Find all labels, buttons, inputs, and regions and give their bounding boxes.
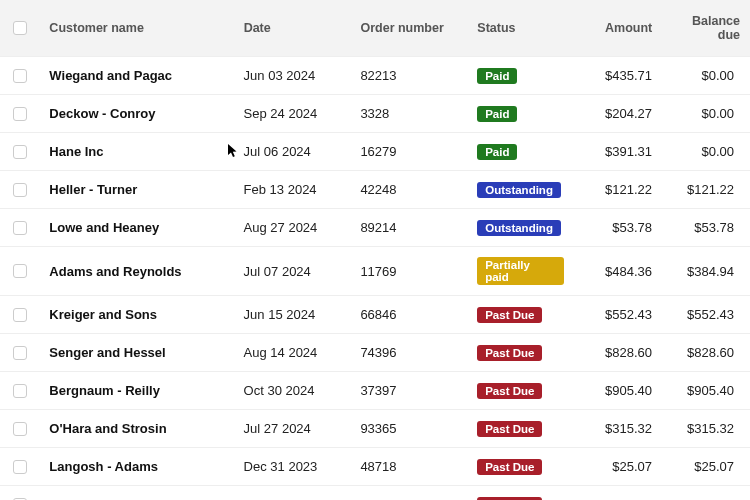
balance-due: $552.43 <box>662 297 750 332</box>
table-body: Wiegand and PagacJun 03 202482213Paid$43… <box>0 57 750 500</box>
balance-due: $828.60 <box>662 335 750 370</box>
table-row[interactable]: Senger and HesselAug 14 202474396Past Du… <box>0 334 750 372</box>
status-badge: Outstanding <box>477 220 561 236</box>
table-header-row: Customer name Date Order number Status A… <box>0 0 750 57</box>
order-amount: $484.36 <box>574 254 662 289</box>
customer-name: Deckow - Conroy <box>39 96 233 131</box>
balance-due: $0.00 <box>662 96 750 131</box>
customer-name: O'Hara and Strosin <box>39 411 233 446</box>
row-checkbox[interactable] <box>13 145 27 159</box>
table-row[interactable]: Kreiger and SonsJun 15 202466846Past Due… <box>0 296 750 334</box>
status-badge: Past Due <box>477 345 542 361</box>
row-checkbox[interactable] <box>13 384 27 398</box>
customer-name: Adams and Reynolds <box>39 254 233 289</box>
status-badge: Past Due <box>477 459 542 475</box>
balance-due: $384.94 <box>662 254 750 289</box>
balance-due: $0.00 <box>662 134 750 169</box>
order-amount: $25.07 <box>574 449 662 484</box>
order-date: Aug 14 2024 <box>234 335 351 370</box>
select-all-checkbox[interactable] <box>13 21 27 35</box>
row-checkbox[interactable] <box>13 346 27 360</box>
status-badge: Paid <box>477 144 517 160</box>
row-checkbox[interactable] <box>13 69 27 83</box>
row-checkbox-cell <box>0 135 39 169</box>
status-badge: Past Due <box>477 307 542 323</box>
status-badge: Past Due <box>477 383 542 399</box>
row-checkbox[interactable] <box>13 264 27 278</box>
row-checkbox-cell <box>0 173 39 207</box>
order-number: 16279 <box>350 134 467 169</box>
order-number: 11769 <box>350 254 467 289</box>
order-amount: $44.09 <box>574 487 662 500</box>
table-row[interactable]: Deckow - ConroySep 24 20243328Paid$204.2… <box>0 95 750 133</box>
table-row[interactable]: Connelly - RogahnApr 29 202424050Past Du… <box>0 486 750 500</box>
balance-due: $25.07 <box>662 449 750 484</box>
customer-name: Wiegand and Pagac <box>39 58 233 93</box>
order-number: 48718 <box>350 449 467 484</box>
order-date: Dec 31 2023 <box>234 449 351 484</box>
table-row[interactable]: Heller - TurnerFeb 13 202442248Outstandi… <box>0 171 750 209</box>
balance-due: $905.40 <box>662 373 750 408</box>
order-date: Aug 27 2024 <box>234 210 351 245</box>
header-amount[interactable]: Amount <box>574 7 662 49</box>
order-date: Feb 13 2024 <box>234 172 351 207</box>
order-date: Oct 30 2024 <box>234 373 351 408</box>
table-row[interactable]: Langosh - AdamsDec 31 202348718Past Due$… <box>0 448 750 486</box>
order-amount: $121.22 <box>574 172 662 207</box>
order-number: 66846 <box>350 297 467 332</box>
order-number: 3328 <box>350 96 467 131</box>
header-order[interactable]: Order number <box>350 7 467 49</box>
order-amount: $552.43 <box>574 297 662 332</box>
order-amount: $391.31 <box>574 134 662 169</box>
table-row[interactable]: Adams and ReynoldsJul 07 202411769Partia… <box>0 247 750 296</box>
order-status: Paid <box>467 58 574 94</box>
customer-name: Connelly - Rogahn <box>39 487 233 500</box>
order-date: Apr 29 2024 <box>234 487 351 500</box>
table-row[interactable]: Hane IncJul 06 202416279Paid$391.31$0.00 <box>0 133 750 171</box>
order-status: Outstanding <box>467 172 574 208</box>
customer-name: Kreiger and Sons <box>39 297 233 332</box>
order-status: Paid <box>467 96 574 132</box>
row-checkbox[interactable] <box>13 183 27 197</box>
header-customer[interactable]: Customer name <box>39 7 233 49</box>
row-checkbox[interactable] <box>13 107 27 121</box>
customer-name: Hane Inc <box>39 134 233 169</box>
row-checkbox-cell <box>0 211 39 245</box>
balance-due: $53.78 <box>662 210 750 245</box>
header-date[interactable]: Date <box>234 7 351 49</box>
order-date: Jul 06 2024 <box>234 134 351 169</box>
row-checkbox-cell <box>0 336 39 370</box>
order-status: Past Due <box>467 297 574 333</box>
row-checkbox[interactable] <box>13 422 27 436</box>
order-date: Sep 24 2024 <box>234 96 351 131</box>
header-checkbox-cell <box>0 7 39 49</box>
order-date: Jul 27 2024 <box>234 411 351 446</box>
row-checkbox[interactable] <box>13 308 27 322</box>
table-row[interactable]: Wiegand and PagacJun 03 202482213Paid$43… <box>0 57 750 95</box>
orders-table: Customer name Date Order number Status A… <box>0 0 750 500</box>
order-number: 37397 <box>350 373 467 408</box>
table-row[interactable]: Lowe and HeaneyAug 27 202489214Outstandi… <box>0 209 750 247</box>
order-amount: $905.40 <box>574 373 662 408</box>
header-status[interactable]: Status <box>467 7 574 49</box>
row-checkbox-cell <box>0 97 39 131</box>
row-checkbox[interactable] <box>13 460 27 474</box>
balance-due: $315.32 <box>662 411 750 446</box>
table-row[interactable]: O'Hara and StrosinJul 27 202493365Past D… <box>0 410 750 448</box>
header-balance[interactable]: Balance due <box>662 0 750 56</box>
row-checkbox-cell <box>0 254 39 288</box>
row-checkbox-cell <box>0 488 39 501</box>
status-badge: Past Due <box>477 421 542 437</box>
row-checkbox-cell <box>0 374 39 408</box>
order-number: 89214 <box>350 210 467 245</box>
customer-name: Bergnaum - Reilly <box>39 373 233 408</box>
order-status: Past Due <box>467 487 574 501</box>
table-row[interactable]: Bergnaum - ReillyOct 30 202437397Past Du… <box>0 372 750 410</box>
row-checkbox-cell <box>0 298 39 332</box>
row-checkbox[interactable] <box>13 221 27 235</box>
order-date: Jul 07 2024 <box>234 254 351 289</box>
order-amount: $435.71 <box>574 58 662 93</box>
row-checkbox-cell <box>0 59 39 93</box>
balance-due: $0.00 <box>662 58 750 93</box>
order-amount: $315.32 <box>574 411 662 446</box>
